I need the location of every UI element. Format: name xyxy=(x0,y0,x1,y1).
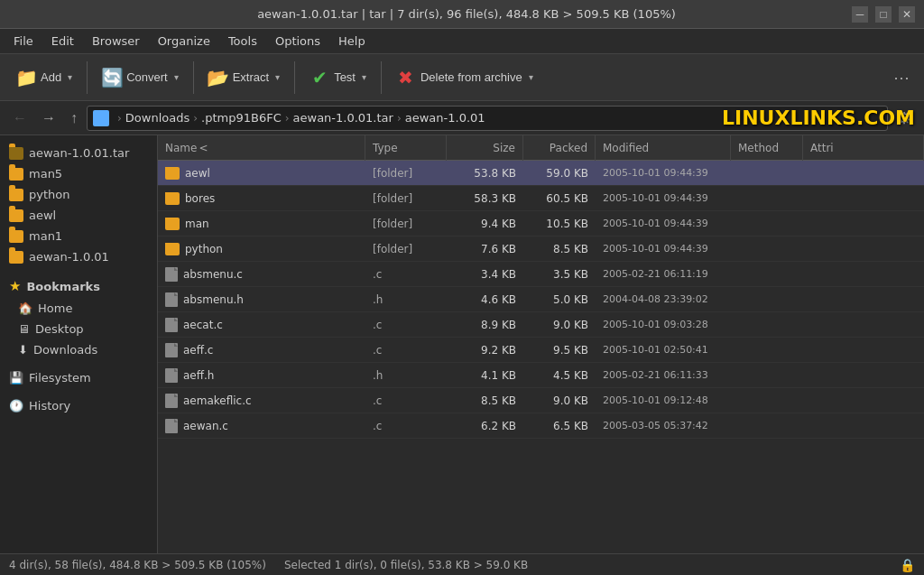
menu-file[interactable]: File xyxy=(5,32,42,51)
sidebar-item-tar[interactable]: aewan-1.0.01.tar xyxy=(0,143,157,163)
col-name-label: Name xyxy=(165,142,197,154)
breadcrumb-home-icon xyxy=(93,110,109,126)
cell-type: .h xyxy=(365,293,447,306)
cell-name: absmenu.h xyxy=(158,292,365,307)
sidebar-filesystem[interactable]: 💾 Filesystem xyxy=(0,367,157,388)
table-row[interactable]: aemakeflic.c .c 8.5 KB 9.0 KB 2005-10-01… xyxy=(158,388,924,413)
test-button[interactable]: ✔ Test ▾ xyxy=(300,60,375,96)
cell-name: python xyxy=(158,243,365,255)
col-header-size[interactable]: Size xyxy=(447,135,523,161)
menu-browser[interactable]: Browser xyxy=(83,32,149,51)
cell-size: 53.8 KB xyxy=(447,167,523,180)
forward-button[interactable]: → xyxy=(36,107,61,130)
table-row[interactable]: python [folder] 7.6 KB 8.5 KB 2005-10-01… xyxy=(158,236,924,262)
cell-type: .c xyxy=(365,319,447,331)
breadcrumb-tmp[interactable]: .ptmp91B6FC xyxy=(201,111,282,125)
cell-packed: 9.0 KB xyxy=(523,319,596,331)
man1-folder-icon xyxy=(9,230,23,243)
minimize-button[interactable]: ─ xyxy=(852,6,868,23)
home-icon: 🏠 xyxy=(18,301,32,315)
col-header-name[interactable]: Name < xyxy=(158,135,365,161)
cell-type: .h xyxy=(365,369,447,382)
menu-options[interactable]: Options xyxy=(266,32,329,51)
table-row[interactable]: aewan.c .c 6.2 KB 6.5 KB 2005-03-05 05:3… xyxy=(158,413,924,439)
menu-tools[interactable]: Tools xyxy=(219,32,266,51)
sidebar-item-man5[interactable]: man5 xyxy=(0,163,157,184)
breadcrumb: › Downloads › .ptmp91B6FC › aewan-1.0.01… xyxy=(87,106,888,131)
sidebar-item-man1[interactable]: man1 xyxy=(0,226,157,246)
cell-modified: 2005-10-01 09:12:48 xyxy=(596,394,731,406)
table-row[interactable]: absmenu.c .c 3.4 KB 3.5 KB 2005-02-21 06… xyxy=(158,262,924,287)
col-header-packed[interactable]: Packed xyxy=(523,135,596,161)
file-icon xyxy=(165,394,178,408)
table-row[interactable]: aewl [folder] 53.8 KB 59.0 KB 2005-10-01… xyxy=(158,161,924,186)
search-button[interactable]: ⚙ xyxy=(892,105,917,132)
sidebar-man1-label: man1 xyxy=(29,229,62,243)
col-packed-label: Packed xyxy=(550,142,587,154)
col-header-attri[interactable]: Attri xyxy=(803,135,924,161)
breadcrumb-dir[interactable]: aewan-1.0.01 xyxy=(405,111,485,125)
file-icon xyxy=(165,292,178,307)
table-row[interactable]: aecat.c .c 8.9 KB 9.0 KB 2005-10-01 09:0… xyxy=(158,312,924,338)
col-name-sort: < xyxy=(199,142,208,154)
table-row[interactable]: man [folder] 9.4 KB 10.5 KB 2005-10-01 0… xyxy=(158,211,924,236)
filelist: Name < Type Size Packed Modified Method … xyxy=(158,135,924,553)
cell-packed: 5.0 KB xyxy=(523,293,596,306)
sidebar-home[interactable]: 🏠 Home xyxy=(0,298,157,319)
cell-type: .c xyxy=(365,268,447,281)
cell-name: aeff.c xyxy=(158,343,365,357)
extract-icon: 📂 xyxy=(208,68,228,88)
cell-packed: 59.0 KB xyxy=(523,167,596,180)
table-row[interactable]: absmenu.h .h 4.6 KB 5.0 KB 2004-04-08 23… xyxy=(158,287,924,312)
table-row[interactable]: bores [folder] 58.3 KB 60.5 KB 2005-10-0… xyxy=(158,186,924,211)
breadcrumb-tar[interactable]: aewan-1.0.01.tar xyxy=(293,111,393,125)
toolbar-more-button[interactable]: ⋯ xyxy=(886,64,917,91)
cell-modified: 2005-10-01 09:44:39 xyxy=(596,218,731,229)
cell-packed: 4.5 KB xyxy=(523,369,596,382)
sidebar-history[interactable]: 🕐 History xyxy=(0,395,157,416)
filesystem-label: Filesystem xyxy=(29,371,91,385)
folder-icon xyxy=(165,243,180,255)
cell-size: 9.2 KB xyxy=(447,344,523,357)
cell-modified: 2005-03-05 05:37:42 xyxy=(596,420,731,431)
col-header-modified[interactable]: Modified xyxy=(596,135,731,161)
aewl-folder-icon xyxy=(9,209,23,222)
cell-modified: 2005-10-01 02:50:41 xyxy=(596,344,731,356)
sidebar-item-aewl[interactable]: aewl xyxy=(0,205,157,226)
toolbar-sep-1 xyxy=(87,61,88,94)
filelist-header: Name < Type Size Packed Modified Method … xyxy=(158,135,924,161)
cell-name: aemakeflic.c xyxy=(158,394,365,408)
lock-icon: 🔒 xyxy=(900,558,915,572)
cell-modified: 2005-02-21 06:11:19 xyxy=(596,268,731,280)
maximize-button[interactable]: □ xyxy=(875,6,892,23)
menu-organize[interactable]: Organize xyxy=(149,32,219,51)
sidebar: aewan-1.0.01.tar man5 python aewl man1 a… xyxy=(0,135,158,553)
sidebar-item-python[interactable]: python xyxy=(0,184,157,205)
extract-dropdown-arrow: ▾ xyxy=(275,72,280,82)
breadcrumb-downloads[interactable]: Downloads xyxy=(125,111,189,125)
sidebar-desktop[interactable]: 🖥 Desktop xyxy=(0,319,157,339)
test-icon: ✔ xyxy=(310,68,329,88)
filesystem-icon: 💾 xyxy=(9,371,23,385)
convert-button[interactable]: 🔄 Convert ▾ xyxy=(93,60,188,96)
cell-type: .c xyxy=(365,394,447,407)
filename: aeff.h xyxy=(183,369,214,382)
up-button[interactable]: ↑ xyxy=(65,107,83,130)
convert-dropdown-arrow: ▾ xyxy=(174,72,179,82)
delete-button[interactable]: ✖ Delete from archive ▾ xyxy=(387,60,542,96)
menu-help[interactable]: Help xyxy=(329,32,374,51)
table-row[interactable]: aeff.h .h 4.1 KB 4.5 KB 2005-02-21 06:11… xyxy=(158,363,924,388)
menu-edit[interactable]: Edit xyxy=(42,32,83,51)
extract-button[interactable]: 📂 Extract ▾ xyxy=(199,60,289,96)
col-header-type[interactable]: Type xyxy=(365,135,447,161)
close-button[interactable]: ✕ xyxy=(899,6,915,23)
add-button[interactable]: 📁 Add ▾ xyxy=(7,60,81,96)
back-button[interactable]: ← xyxy=(7,107,32,130)
cell-modified: 2004-04-08 23:39:02 xyxy=(596,293,731,305)
sidebar-downloads[interactable]: ⬇ Downloads xyxy=(0,339,157,360)
table-row[interactable]: aeff.c .c 9.2 KB 9.5 KB 2005-10-01 02:50… xyxy=(158,338,924,363)
file-icon xyxy=(165,318,178,332)
col-header-method[interactable]: Method xyxy=(731,135,803,161)
sidebar-item-aewan[interactable]: aewan-1.0.01 xyxy=(0,246,157,267)
cell-packed: 60.5 KB xyxy=(523,192,596,205)
